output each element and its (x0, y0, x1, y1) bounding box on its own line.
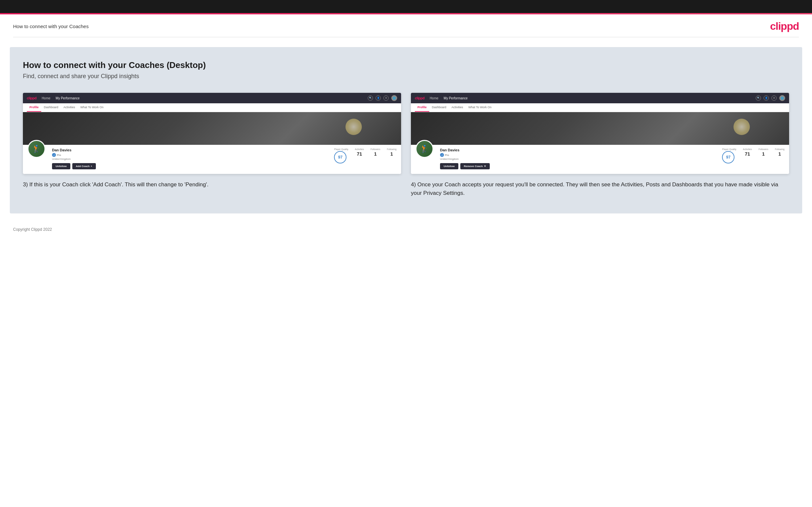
right-activities-label: Activities (743, 148, 752, 150)
right-avatar-area: 🏌️ (415, 140, 434, 158)
left-user-name: Dan Davies (52, 148, 327, 152)
left-activities-label: Activities (355, 148, 364, 150)
left-user-badge: ✓ Pro (52, 153, 327, 157)
right-nav-icons: 🔍 👤 ⚙ 🌐 (756, 95, 785, 101)
right-column: clippd Home My Performance 🔍 👤 ⚙ 🌐 Profi… (411, 93, 789, 197)
right-followers-value: 1 (762, 151, 765, 157)
add-coach-button[interactable]: Add Coach + (72, 163, 96, 169)
right-user-info: Dan Davies ✓ Pro United Kingdom Unfollow… (440, 148, 715, 169)
left-column: clippd Home My Performance 🔍 👤 ⚙ 🌐 Profi… (23, 93, 401, 197)
left-followers-value: 1 (374, 151, 377, 157)
left-nav-icons: 🔍 👤 ⚙ 🌐 (368, 95, 397, 101)
left-quality-label: Player Quality (334, 148, 348, 150)
main-subtitle: Find, connect and share your Clippd insi… (23, 73, 789, 80)
right-quality-label: Player Quality (722, 148, 737, 150)
right-stat-quality: Player Quality 97 (722, 148, 737, 163)
right-followers-label: Followers (758, 148, 768, 150)
left-user-info: Dan Davies ✓ Pro United Kingdom Unfollow… (52, 148, 327, 169)
right-avatar: 🏌️ (415, 140, 434, 158)
left-stat-activities: Activities 71 (355, 148, 364, 157)
page-title: How to connect with your Coaches (13, 23, 89, 29)
right-nav-performance[interactable]: My Performance (444, 97, 467, 100)
left-screenshot: clippd Home My Performance 🔍 👤 ⚙ 🌐 Profi… (23, 93, 401, 174)
left-quality-circle: 97 (334, 151, 347, 163)
remove-coach-button[interactable]: Remove Coach ✕ (460, 163, 490, 169)
left-profile-info: 🏌️ Dan Davies ✓ Pro United Kingdom Unfol… (23, 145, 401, 174)
main-content: How to connect with your Coaches (Deskto… (10, 47, 802, 214)
search-icon[interactable]: 🔍 (368, 96, 373, 101)
right-user-name: Dan Davies (440, 148, 715, 152)
header-separator (13, 37, 799, 37)
clippd-logo: clippd (770, 20, 799, 33)
right-unfollow-button[interactable]: Unfollow (440, 163, 458, 169)
right-activities-value: 71 (745, 151, 750, 157)
left-tab-what-to-work-on[interactable]: What To Work On (78, 103, 106, 112)
left-tab-dashboard[interactable]: Dashboard (41, 103, 61, 112)
plus-icon: + (91, 165, 92, 168)
header: How to connect with your Coaches clippd (0, 14, 812, 37)
right-step-description: 4) Once your Coach accepts your request … (411, 180, 789, 197)
right-location: United Kingdom (440, 158, 715, 161)
columns: clippd Home My Performance 🔍 👤 ⚙ 🌐 Profi… (23, 93, 789, 197)
right-screenshot: clippd Home My Performance 🔍 👤 ⚙ 🌐 Profi… (411, 93, 789, 174)
right-nav: clippd Home My Performance 🔍 👤 ⚙ 🌐 (411, 93, 789, 103)
top-bar (0, 0, 812, 13)
left-following-label: Following (387, 148, 397, 150)
copyright-text: Copyright Clippd 2022 (13, 227, 52, 232)
avatar-icon[interactable]: 🌐 (391, 95, 397, 101)
settings-icon[interactable]: ⚙ (384, 96, 389, 101)
left-pro-label: Pro (57, 154, 61, 157)
left-buttons: Unfollow Add Coach + (52, 163, 327, 169)
left-avatar-area: 🏌️ (28, 140, 46, 158)
right-stat-activities: Activities 71 (743, 148, 752, 157)
right-following-value: 1 (778, 151, 781, 157)
right-tab-profile[interactable]: Profile (415, 103, 429, 112)
right-quality-value: 97 (726, 155, 730, 160)
right-nav-logo: clippd (415, 96, 424, 100)
profile-icon[interactable]: 👤 (375, 96, 381, 101)
right-settings-icon[interactable]: ⚙ (771, 96, 777, 101)
left-location: United Kingdom (52, 158, 327, 161)
left-avatar: 🏌️ (28, 140, 46, 158)
right-profile-icon[interactable]: 👤 (764, 96, 769, 101)
main-title: How to connect with your Coaches (Deskto… (23, 60, 789, 70)
right-tabs: Profile Dashboard Activities What To Wor… (411, 103, 789, 112)
right-profile-info: 🏌️ Dan Davies ✓ Pro United Kingdom Unfol… (411, 145, 789, 174)
close-icon: ✕ (484, 165, 486, 168)
left-stat-quality: Player Quality 97 (334, 148, 348, 163)
left-activities-value: 71 (357, 151, 362, 157)
right-tab-activities[interactable]: Activities (449, 103, 466, 112)
left-tab-activities[interactable]: Activities (61, 103, 78, 112)
left-nav-home[interactable]: Home (42, 97, 50, 100)
right-tab-what-to-work-on[interactable]: What To Work On (466, 103, 494, 112)
left-tab-profile[interactable]: Profile (27, 103, 41, 112)
left-nav-performance[interactable]: My Performance (56, 97, 80, 100)
left-following-value: 1 (390, 151, 393, 157)
left-profile-banner (23, 112, 401, 145)
right-pro-badge-icon: ✓ (440, 153, 444, 157)
right-quality-circle: 97 (722, 151, 734, 163)
right-stat-following: Following 1 (775, 148, 784, 157)
left-tabs: Profile Dashboard Activities What To Wor… (23, 103, 401, 112)
right-profile-banner (411, 112, 789, 145)
left-stat-following: Following 1 (387, 148, 397, 157)
right-avatar-icon[interactable]: 🌐 (779, 95, 785, 101)
left-nav: clippd Home My Performance 🔍 👤 ⚙ 🌐 (23, 93, 401, 103)
right-pro-label: Pro (445, 154, 449, 157)
unfollow-button[interactable]: Unfollow (52, 163, 70, 169)
right-tab-dashboard[interactable]: Dashboard (429, 103, 449, 112)
right-user-badge: ✓ Pro (440, 153, 715, 157)
left-quality-value: 97 (338, 155, 343, 160)
left-step-description: 3) If this is your Coach click 'Add Coac… (23, 180, 401, 189)
footer: Copyright Clippd 2022 (0, 223, 812, 236)
right-following-label: Following (775, 148, 784, 150)
left-stat-followers: Followers 1 (370, 148, 380, 157)
right-search-icon[interactable]: 🔍 (756, 96, 761, 101)
right-nav-home[interactable]: Home (429, 97, 439, 100)
right-buttons: Unfollow Remove Coach ✕ (440, 163, 715, 169)
pro-badge-icon: ✓ (52, 153, 56, 157)
right-stat-followers: Followers 1 (758, 148, 768, 157)
left-followers-label: Followers (370, 148, 380, 150)
left-nav-logo: clippd (27, 96, 36, 100)
